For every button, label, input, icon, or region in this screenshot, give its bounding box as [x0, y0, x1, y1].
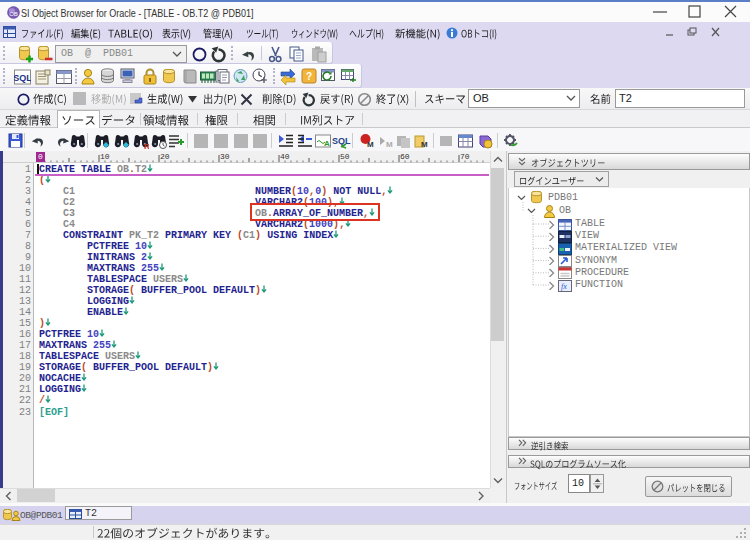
svg-text:SQL: SQL — [14, 73, 31, 83]
svg-text:M: M — [421, 140, 428, 149]
svg-text:A: A — [324, 139, 330, 148]
svg-text:?: ? — [306, 71, 312, 82]
svg-text:SQL: SQL — [332, 136, 351, 146]
svg-text:M: M — [386, 140, 393, 149]
svg-text:R: R — [144, 142, 149, 149]
svg-text:OB: OB — [9, 11, 18, 17]
svg-text:M: M — [367, 140, 374, 149]
